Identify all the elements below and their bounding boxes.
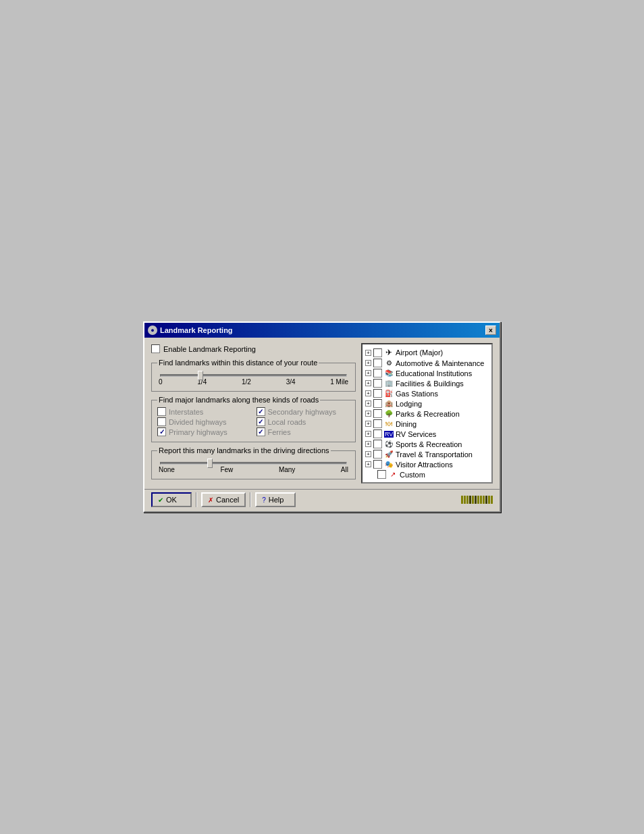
distance-label-three-quarter: 3/4 bbox=[286, 378, 296, 386]
distance-group: Find landmarks within this distance of y… bbox=[151, 363, 356, 392]
road-item-primary: Primary highways bbox=[157, 427, 251, 436]
expand-educational[interactable]: + bbox=[365, 370, 371, 376]
expand-visitor[interactable]: + bbox=[365, 461, 371, 467]
label-visitor: Visitor Attractions bbox=[396, 461, 453, 469]
checkbox-ferries[interactable] bbox=[257, 427, 265, 436]
expand-sports[interactable]: + bbox=[365, 441, 371, 447]
checkbox-automotive[interactable] bbox=[373, 359, 382, 367]
distance-label-mile: 1 Mile bbox=[330, 378, 348, 386]
distance-slider-thumb[interactable] bbox=[198, 371, 203, 380]
expand-automotive[interactable]: + bbox=[365, 360, 371, 366]
tree-item-parks: + 🌳 Parks & Recreation bbox=[364, 409, 490, 419]
label-travel: Travel & Transportation bbox=[396, 450, 473, 459]
title-bar: ● Landmark Reporting × bbox=[144, 323, 500, 338]
icon-educational: 📚 bbox=[384, 369, 394, 377]
expand-dining[interactable]: + bbox=[365, 421, 371, 427]
help-icon: ? bbox=[262, 496, 266, 504]
status-bar bbox=[461, 496, 493, 504]
left-panel: Enable Landmark Reporting Find landmarks… bbox=[151, 343, 356, 484]
checkbox-primary[interactable] bbox=[157, 427, 166, 436]
label-ferries: Ferries bbox=[268, 428, 291, 436]
status-seg-2 bbox=[464, 496, 466, 504]
checkbox-lodging[interactable] bbox=[373, 399, 382, 408]
icon-visitor: 🎭 bbox=[384, 461, 394, 468]
icon-parks: 🌳 bbox=[384, 410, 394, 417]
expand-airport[interactable]: + bbox=[365, 350, 371, 356]
label-divided: Divided highways bbox=[169, 418, 227, 426]
icon-sports: ⚽ bbox=[384, 440, 394, 448]
status-seg-1 bbox=[461, 496, 463, 504]
label-parks: Parks & Recreation bbox=[396, 410, 460, 418]
tree-item-automotive: + ⚙ Automotive & Maintenance bbox=[364, 358, 490, 368]
report-slider-thumb[interactable] bbox=[207, 459, 213, 468]
expand-lodging[interactable]: + bbox=[365, 400, 371, 407]
tree-item-dining: + 🍽 Dining bbox=[364, 419, 490, 429]
icon-facilities: 🏢 bbox=[384, 380, 394, 387]
icon-lodging: 🏨 bbox=[384, 400, 394, 407]
close-button[interactable]: × bbox=[485, 325, 496, 335]
help-button[interactable]: ? Help bbox=[255, 492, 296, 507]
checkbox-airport[interactable] bbox=[373, 348, 382, 357]
ok-button[interactable]: ✔ OK bbox=[151, 492, 192, 507]
icon-dining: 🍽 bbox=[384, 420, 394, 427]
tree-item-visitor: + 🎭 Visitor Attractions bbox=[364, 459, 490, 469]
label-educational: Educational Institutions bbox=[396, 369, 472, 377]
label-rv: RV Services bbox=[396, 430, 436, 438]
checkbox-parks[interactable] bbox=[373, 409, 382, 418]
status-seg-4 bbox=[469, 496, 471, 504]
label-secondary: Secondary highways bbox=[268, 408, 337, 416]
label-interstates: Interstates bbox=[169, 408, 203, 416]
icon-gas: ⛽ bbox=[384, 390, 394, 397]
road-item-local: Local roads bbox=[257, 417, 350, 426]
dialog-title: Landmark Reporting bbox=[160, 326, 233, 334]
checkbox-gas[interactable] bbox=[373, 389, 382, 398]
checkbox-interstates[interactable] bbox=[157, 407, 166, 416]
expand-facilities[interactable]: + bbox=[365, 380, 371, 386]
enable-row: Enable Landmark Reporting bbox=[151, 343, 356, 355]
status-seg-8 bbox=[480, 496, 482, 504]
tree-item-educational: + 📚 Educational Institutions bbox=[364, 368, 490, 378]
distance-label-half: 1/2 bbox=[242, 378, 251, 386]
expand-travel[interactable]: + bbox=[365, 451, 371, 457]
status-seg-10 bbox=[485, 496, 487, 504]
enable-checkbox[interactable] bbox=[151, 344, 160, 353]
roads-grid: Interstates Secondary highways Divided h… bbox=[157, 403, 350, 436]
checkbox-secondary[interactable] bbox=[257, 407, 265, 416]
distance-slider-container: 0 1/4 1/2 3/4 1 Mile bbox=[157, 366, 350, 386]
status-seg-7 bbox=[477, 496, 479, 504]
ok-checkmark-icon: ✔ bbox=[158, 496, 163, 504]
enable-label: Enable Landmark Reporting bbox=[163, 345, 256, 353]
expand-rv[interactable]: + bbox=[365, 431, 371, 437]
tree-item-airport: + ✈ Airport (Major) bbox=[364, 347, 490, 358]
label-automotive: Automotive & Maintenance bbox=[396, 359, 484, 367]
checkbox-sports[interactable] bbox=[373, 440, 382, 448]
checkbox-facilities[interactable] bbox=[373, 379, 382, 388]
report-label-all: All bbox=[341, 466, 348, 473]
checkbox-local[interactable] bbox=[257, 417, 265, 426]
road-item-interstates: Interstates bbox=[157, 407, 251, 416]
checkbox-divided[interactable] bbox=[157, 417, 166, 426]
distance-slider-track[interactable] bbox=[160, 374, 347, 377]
report-slider-track[interactable] bbox=[160, 462, 347, 465]
checkbox-educational[interactable] bbox=[373, 369, 382, 377]
checkbox-dining[interactable] bbox=[373, 419, 382, 428]
label-local: Local roads bbox=[268, 418, 306, 426]
label-primary: Primary highways bbox=[169, 428, 227, 436]
tree-item-travel: + 🚀 Travel & Transportation bbox=[364, 449, 490, 459]
tree-item-custom: ↗ Custom bbox=[364, 469, 490, 479]
checkbox-travel[interactable] bbox=[373, 450, 382, 459]
checkbox-rv[interactable] bbox=[373, 429, 382, 438]
label-dining: Dining bbox=[396, 420, 417, 428]
road-item-secondary: Secondary highways bbox=[257, 407, 350, 416]
checkbox-custom[interactable] bbox=[377, 470, 386, 479]
tree-item-facilities: + 🏢 Facilities & Buildings bbox=[364, 378, 490, 388]
expand-gas[interactable]: + bbox=[365, 390, 371, 396]
label-gas: Gas Stations bbox=[396, 390, 438, 398]
expand-parks[interactable]: + bbox=[365, 411, 371, 417]
icon-custom: ↗ bbox=[388, 471, 398, 478]
checkbox-visitor[interactable] bbox=[373, 460, 382, 469]
cancel-button[interactable]: ✗ Cancel bbox=[201, 492, 246, 507]
report-slider-labels: None Few Many All bbox=[157, 466, 350, 473]
distance-group-label: Find landmarks within this distance of y… bbox=[157, 359, 319, 367]
tree-item-gas: + ⛽ Gas Stations bbox=[364, 388, 490, 398]
